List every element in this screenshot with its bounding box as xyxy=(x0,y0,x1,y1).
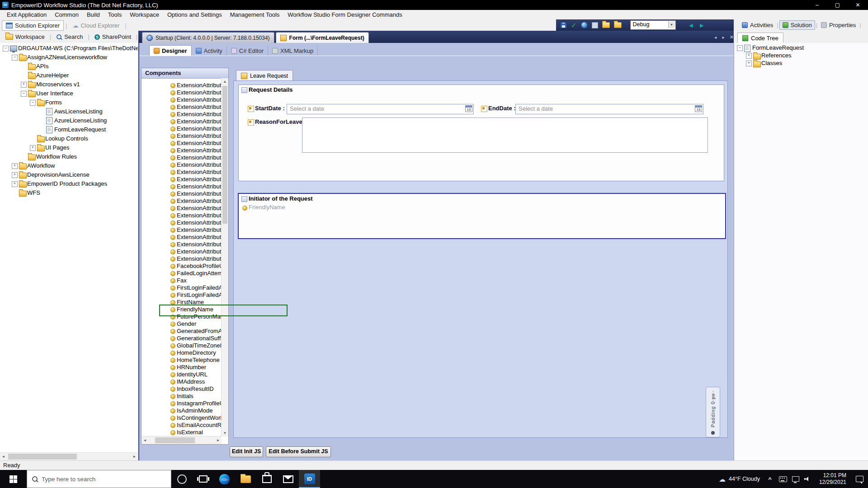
padding-widget[interactable]: Padding 0 px xyxy=(706,387,720,437)
component-extensionattribute2[interactable]: ExtensionAttribute2 xyxy=(142,147,222,154)
padding-handle[interactable] xyxy=(711,431,715,435)
notification-center-button[interactable] xyxy=(851,476,868,482)
component-extensionattribute22[interactable]: ExtensionAttribute22 xyxy=(142,169,222,176)
calendar-icon[interactable]: 15 xyxy=(465,105,472,112)
close-document-icon[interactable]: ✕ xyxy=(730,34,734,40)
form-page-tab[interactable]: Leave Request xyxy=(236,70,293,81)
component-extensionattribute12[interactable]: ExtensionAttribute12 xyxy=(142,89,222,96)
menu-options-and-settings[interactable]: Options and Settings xyxy=(163,10,226,19)
empowerid-button[interactable]: ID xyxy=(299,470,320,488)
document-tab-startup[interactable]: Startup (Client: 4.0.0.0 | Server: 7.188… xyxy=(142,32,274,43)
component-gender[interactable]: Gender xyxy=(142,320,222,328)
component-extensionattribute18[interactable]: ExtensionAttribute18 xyxy=(142,132,222,140)
scroll-right-icon[interactable]: ► xyxy=(131,453,138,460)
taskbar-search[interactable]: Type here to search xyxy=(27,470,171,488)
initiator-group[interactable]: Initiator of the Request FriendlyName xyxy=(238,193,726,239)
component-extensionattribute7[interactable]: ExtensionAttribute7 xyxy=(142,241,222,248)
component-extensionattribute8[interactable]: ExtensionAttribute8 xyxy=(142,248,222,255)
mail-button[interactable] xyxy=(278,470,299,488)
component-extensionattribute5[interactable]: ExtensionAttribute5 xyxy=(142,226,222,234)
tree-item-wfs[interactable]: WFS xyxy=(0,188,138,197)
tab-scroll-left-icon[interactable]: ◄ xyxy=(713,35,717,40)
component-extensionattribute13[interactable]: ExtensionAttribute13 xyxy=(142,96,222,103)
menu-workspace[interactable]: Workspace xyxy=(126,10,163,19)
solution-tree-hscrollbar[interactable]: ◄ ► xyxy=(0,452,138,460)
component-extensionattribute14[interactable]: ExtensionAttribute14 xyxy=(142,103,222,111)
component-hometelephone[interactable]: HomeTelephone xyxy=(142,357,222,364)
tree-item-references[interactable]: +References xyxy=(734,52,868,59)
forward-icon[interactable] xyxy=(698,21,705,29)
expand-icon[interactable]: + xyxy=(12,163,18,169)
enddate-input[interactable]: Select a date 15 xyxy=(515,104,703,114)
component-extensionattribute4[interactable]: ExtensionAttribute4 xyxy=(142,219,222,226)
document-tab-form[interactable]: Form (...\FormLeaveRequest) xyxy=(276,32,369,43)
expand-icon[interactable]: + xyxy=(12,181,18,187)
back-icon[interactable] xyxy=(688,21,694,29)
scroll-right-icon[interactable]: ► xyxy=(215,437,222,444)
component-extensionattribute3[interactable]: ExtensionAttribute3 xyxy=(142,212,222,219)
component-initials[interactable]: Initials xyxy=(142,393,222,400)
component-identityurl[interactable]: IdentityURL xyxy=(142,371,222,378)
validate-icon[interactable] xyxy=(571,21,577,29)
component-isadminmode[interactable]: IsAdminMode xyxy=(142,407,222,414)
designer-tab-xml-markup[interactable]: XML Markup xyxy=(268,46,318,56)
component-failedloginattempts[interactable]: FailedLoginAttempts xyxy=(142,270,222,277)
menu-workflow-studio-form-designer-commands[interactable]: Workflow Studio Form Designer Commands xyxy=(283,10,406,19)
scrollbar-thumb[interactable] xyxy=(222,86,227,224)
cortana-button[interactable] xyxy=(171,470,193,488)
maximize-button[interactable]: ▢ xyxy=(827,0,848,10)
component-extensionattribute19[interactable]: ExtensionAttribute19 xyxy=(142,140,222,147)
component-extensionattribute16[interactable]: ExtensionAttribute16 xyxy=(142,118,222,125)
tree-item-assignaznewlicenseworkflow[interactable]: −AssignAZNewLicenseworkflow xyxy=(0,53,138,62)
edit-init-js-button[interactable]: Edit Init JS xyxy=(230,446,263,457)
component-isemailaccountrequ[interactable]: IsEmailAccountRequ xyxy=(142,422,222,429)
file-explorer-button[interactable] xyxy=(235,470,256,488)
tree-item-azurehelper[interactable]: AzureHelper xyxy=(0,71,138,80)
tree-item-ui-pages[interactable]: +UI Pages xyxy=(0,143,138,152)
volume-icon[interactable] xyxy=(804,476,811,482)
component-firstloginfailedatter[interactable]: FirstLoginFailedAtter xyxy=(142,291,222,299)
menu-build[interactable]: Build xyxy=(83,10,104,19)
menu-common[interactable]: Common xyxy=(51,10,83,19)
component-firstloginfailedatter[interactable]: FirstLoginFailedAtter xyxy=(142,284,222,291)
window-icon[interactable] xyxy=(592,22,598,28)
form-design-surface[interactable]: Request Details StartDate : Select a dat… xyxy=(233,80,728,438)
save-icon[interactable] xyxy=(560,22,567,28)
tree-item-azurelicenselisting[interactable]: AzureLicenseListing xyxy=(0,116,138,125)
expand-icon[interactable]: + xyxy=(746,53,752,59)
expand-icon[interactable]: + xyxy=(30,145,36,151)
tree-item-user-interface[interactable]: −User Interface xyxy=(0,89,138,98)
tree-item-classes[interactable]: +Classes xyxy=(734,59,868,67)
tree-item-formleaverequest[interactable]: −FormLeaveRequest xyxy=(734,44,868,52)
component-extensionattribute20[interactable]: ExtensionAttribute20 xyxy=(142,154,222,161)
tab-scroll-right-icon[interactable]: ► xyxy=(722,35,726,40)
component-inboxresultid[interactable]: InboxResultID xyxy=(142,385,222,393)
scroll-left-icon[interactable]: ◄ xyxy=(142,437,148,444)
designer-tab-designer[interactable]: Designer xyxy=(149,45,192,56)
scrollbar-thumb[interactable] xyxy=(8,454,77,460)
component-extensionattribute6[interactable]: ExtensionAttribute6 xyxy=(142,234,222,241)
reason-textarea[interactable] xyxy=(302,117,708,153)
tree-item-empowerid-product-packages[interactable]: +EmpowerID Product Packages xyxy=(0,179,138,188)
component-iscontingentworker[interactable]: IsContingentWorker xyxy=(142,414,222,422)
menu-management-tools[interactable]: Management Tools xyxy=(226,10,284,19)
tree-item-workflow-rules[interactable]: Workflow Rules xyxy=(0,152,138,161)
expand-icon[interactable]: + xyxy=(746,61,752,66)
network-icon[interactable] xyxy=(792,476,799,482)
tree-item-microservices-v1[interactable]: +Microservices v1 xyxy=(0,80,138,89)
tree-item-aworkflow[interactable]: +AWorkflow xyxy=(0,161,138,170)
expand-icon[interactable]: + xyxy=(12,172,18,178)
request-details-group[interactable]: Request Details StartDate : Select a dat… xyxy=(238,84,724,181)
new-folder-icon[interactable] xyxy=(602,22,610,28)
component-extensionattribute9[interactable]: ExtensionAttribute9 xyxy=(142,255,222,263)
tab-solution[interactable]: Solution xyxy=(779,20,815,30)
search-button[interactable]: Search xyxy=(54,33,85,41)
friendlyname-field[interactable]: FriendlyName xyxy=(249,203,285,212)
component-extensionattribute26[interactable]: ExtensionAttribute26 xyxy=(142,197,222,205)
scrollbar-thumb[interactable] xyxy=(155,437,195,443)
tree-item-formleaverequest[interactable]: FormLeaveRequest xyxy=(0,125,138,134)
debug-mode-dropdown[interactable]: Debug xyxy=(630,20,676,30)
tab-solution-explorer[interactable]: Solution Explorer xyxy=(2,20,64,31)
designer-tab-c-editor[interactable]: C# Editor xyxy=(227,46,268,56)
collapse-icon[interactable]: − xyxy=(30,100,36,106)
